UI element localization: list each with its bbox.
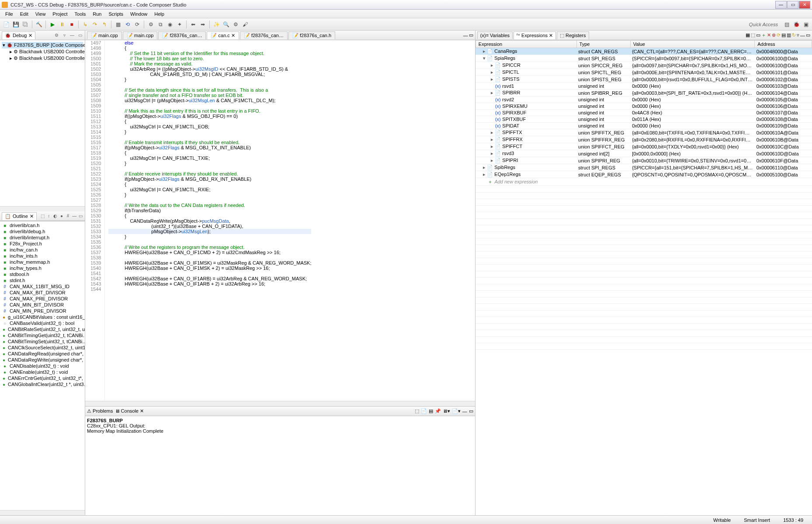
console-new-icon[interactable]: 📄▾ (452, 408, 461, 414)
console-pin-icon[interactable]: 📌 (435, 408, 441, 414)
editor-ctrl-icon[interactable]: ▭ (469, 32, 473, 38)
outline-item[interactable]: ■inc/hw_can.h (1, 247, 84, 253)
outline-item[interactable]: #CAN_MIN_BIT_DIVISOR (1, 302, 84, 308)
outline-tool5-icon[interactable]: # (66, 213, 70, 219)
expr-tool1-icon[interactable]: ▦ (746, 32, 750, 38)
maximize-button[interactable]: ▭ (787, 1, 798, 9)
add-expression-row[interactable]: ＋ Add new expression (475, 178, 812, 186)
expr-add-icon[interactable]: ＋ (761, 32, 766, 38)
outline-item[interactable]: ●CANEnable(uint32_t) : void (1, 369, 84, 375)
code-editor[interactable]: 1497149814991500150115021503150415051506… (85, 40, 475, 401)
outline-list[interactable]: ■driverlib/can.h■driverlib/debug.h■drive… (0, 221, 85, 510)
console-max-icon[interactable]: ▭ (469, 408, 473, 414)
outline-item[interactable]: ●CANGlobalIntClear(uint32_t *, uint3… (1, 381, 84, 387)
debug-tree[interactable]: ▾ 🐞 F28376S_BURP [Code Composer Studio …… (0, 40, 85, 206)
outline-item[interactable]: ●CANBitTimingGet(uint32_t, tCANBi… (1, 332, 84, 338)
col-value[interactable]: Value (630, 41, 755, 48)
menu-run[interactable]: Run (89, 10, 105, 17)
quick-access[interactable]: Quick Access (746, 22, 781, 27)
outline-item[interactable]: #CAN_MAX_BIT_DIVISOR (1, 290, 84, 296)
expression-row[interactable]: ▾📄 SpiaRegsstruct SPI_REGS{SPICCR={all=0… (475, 55, 812, 62)
console-tool3-icon[interactable]: ▤ (429, 408, 433, 414)
outline-item[interactable]: ■inc/hw_types.h (1, 265, 84, 271)
editor-tab[interactable]: 📝 f28376s_can… (240, 31, 288, 39)
step-into-icon[interactable]: ↳ (81, 20, 90, 29)
menu-edit[interactable]: Edit (17, 10, 32, 17)
expr-menu-icon[interactable]: ▿ (797, 32, 799, 38)
outline-item[interactable]: ■driverlib/interrupt.h (1, 234, 84, 241)
menu-help[interactable]: Help (151, 10, 168, 17)
expr-max-icon[interactable]: ▭ (806, 32, 810, 38)
forward-icon[interactable]: ➡ (198, 20, 207, 29)
outline-item[interactable]: ●CANDisable(uint32_t) : void (1, 363, 84, 369)
outline-tool2-icon[interactable]: ↕ (46, 213, 51, 219)
menu-view[interactable]: View (32, 10, 49, 17)
tab-variables[interactable]: (x)= Variables (477, 31, 513, 39)
expression-row[interactable]: ▸📄 SPIFFCTunion SPIFFCT_REG{all=0x0000,b… (475, 143, 812, 150)
menu-scripts[interactable]: Scripts (105, 10, 127, 17)
outline-item[interactable]: ●CANDataRegRead(unsigned char*, … (1, 351, 84, 357)
outline-item[interactable]: ●CANClkSourceSelect(uint32_t, uint1… (1, 345, 84, 351)
expr-remove-icon[interactable]: ✕ (767, 32, 771, 38)
expression-row[interactable]: (x) SPIRXEMUunsigned int0x0000 (Hex)0x00… (475, 103, 812, 110)
outline-min-icon[interactable]: — (72, 213, 77, 219)
expression-row[interactable]: (x) rsvd2unsigned int0x0000 (Hex)0x00006… (475, 97, 812, 103)
outline-item[interactable]: ■driverlib/debug.h (1, 228, 84, 234)
search-icon[interactable]: 🔍 (222, 20, 230, 29)
brush-icon[interactable]: 🖌 (241, 20, 250, 29)
editor-tab[interactable]: 📝 f28376s_can.h (288, 31, 335, 39)
col-address[interactable]: Address (755, 41, 812, 48)
debug-menu-icon[interactable]: ▿ (61, 32, 67, 38)
expr-tool7-icon[interactable]: ↻ (792, 32, 796, 38)
editor-tab[interactable]: 📝 can.c ✕ (207, 31, 239, 39)
outline-tool4-icon[interactable]: ● (59, 213, 64, 219)
expression-row[interactable]: (x) rsvd1unsigned int0x0000 (Hex)0x00006… (475, 83, 812, 90)
console-min-icon[interactable]: — (462, 409, 467, 414)
build-icon[interactable]: 🔨 (35, 20, 43, 29)
outline-item[interactable]: ●CANBitTimingSet(uint32_t, tCANBi… (1, 338, 84, 345)
col-expression[interactable]: Expression (475, 41, 576, 48)
expr-min-icon[interactable]: — (800, 33, 805, 38)
tab-registers[interactable]: ⬚ Registers (557, 31, 589, 39)
editor-ctrl-icon[interactable]: — (463, 33, 468, 38)
expr-removeall-icon[interactable]: ⊗ (772, 32, 776, 38)
save-icon[interactable]: 💾 (11, 20, 20, 29)
outline-item[interactable]: ●CANDataRegWrite(unsigned char*, … (1, 357, 84, 363)
outline-max-icon[interactable]: ▭ (78, 213, 83, 219)
suspend-icon[interactable]: ⏸ (58, 20, 66, 29)
code-content[interactable]: else { // Set the 11 bit version of the … (105, 40, 315, 401)
expression-row[interactable]: ▸📄 SPIFFRXunion SPIFFRX_REG{all=0x2080,b… (475, 136, 812, 143)
outline-item[interactable]: ■inc/hw_memmap.h (1, 259, 84, 265)
expr-tool5-icon[interactable]: ▤ (781, 32, 786, 38)
maximize-view-icon[interactable]: ▭ (77, 32, 83, 38)
tab-problems[interactable]: ⚠ Problems (87, 408, 113, 414)
new-icon[interactable]: 📄 (2, 20, 10, 29)
outline-tool1-icon[interactable]: ⬚ (40, 213, 45, 219)
outline-item[interactable]: ■driverlib/can.h (1, 222, 84, 228)
outline-item[interactable]: ■stdint.h (1, 277, 84, 283)
reset-icon[interactable]: ⟲ (123, 20, 132, 29)
perspective-edit-icon[interactable]: ▤ (782, 20, 791, 29)
grid-icon[interactable]: ▦ (114, 20, 122, 29)
save-all-icon[interactable]: ⿻ (21, 20, 30, 29)
menu-file[interactable]: File (2, 10, 17, 17)
outline-item[interactable]: ●CANBitRateSet(uint32_t, uint32_t, u… (1, 326, 84, 332)
outline-tool3-icon[interactable]: ◐ (53, 213, 58, 219)
expr-tool6-icon[interactable]: ▥ (787, 32, 791, 38)
outline-tab[interactable]: 📋 Outline ✕ (2, 212, 37, 220)
debug-node[interactable]: ▸ ⚙ Blackhawk USB2000 Controller_0/CPU… (2, 55, 83, 62)
tool2-icon[interactable]: ⧉ (156, 20, 165, 29)
step-return-icon[interactable]: ↰ (100, 20, 109, 29)
tool1-icon[interactable]: ⚙ (146, 20, 155, 29)
expr-refresh-icon[interactable]: ⟳ (777, 32, 781, 38)
console-tool1-icon[interactable]: ⬚ (415, 408, 419, 414)
editor-tab[interactable]: 📝 main.cpp (87, 31, 122, 39)
perspective-other-icon[interactable]: ▣ (802, 20, 810, 29)
menu-project[interactable]: Project (49, 10, 71, 17)
col-type[interactable]: Type (576, 41, 630, 48)
expression-row[interactable]: (x) SPIDATunsigned int0x0000 (Hex)0x0000… (475, 123, 812, 129)
expression-row[interactable]: ▸📄 SPICTLunion SPICTL_REG{all=0x000E,bit… (475, 69, 812, 76)
perspective-debug-icon[interactable]: 🐞 (792, 20, 801, 29)
debug-node[interactable]: ▸ ⚙ Blackhawk USB2000 Controller_0/C28… (2, 48, 83, 55)
close-button[interactable]: ✕ (799, 1, 810, 9)
